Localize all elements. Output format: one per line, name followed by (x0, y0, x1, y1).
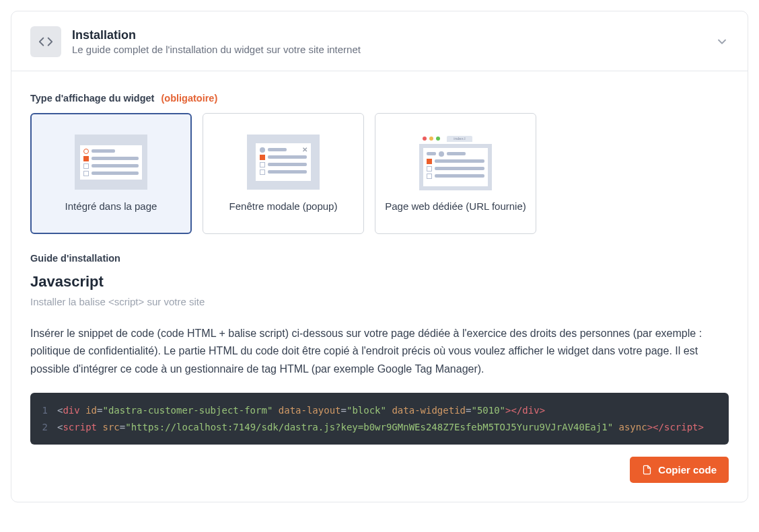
code-snippet: 1 <div id="dastra-customer-subject-form"… (30, 393, 729, 445)
display-type-label: Type d'affichage du widget (obligatoire) (30, 93, 729, 104)
option-modal-label: Fenêtre modale (popup) (229, 199, 338, 213)
illus-browser-icon: index.l (419, 135, 492, 190)
display-type-label-text: Type d'affichage du widget (30, 93, 154, 104)
code-line-1: <div id="dastra-customer-subject-form" d… (57, 402, 729, 419)
chevron-down-icon (715, 35, 729, 48)
display-type-options: Intégré dans la page ✕ Fenêtre modale (30, 113, 729, 234)
installation-panel: Installation Le guide complet de l'insta… (11, 11, 748, 502)
panel-header[interactable]: Installation Le guide complet de l'insta… (11, 11, 748, 71)
panel-body: Type d'affichage du widget (obligatoire) (11, 71, 748, 502)
panel-subtitle: Le guide complet de l'installation du wi… (72, 44, 704, 55)
guide-title: Javascript (30, 273, 729, 291)
illus-modal-icon: ✕ (247, 135, 320, 190)
guide-subtitle: Installer la balise <script> sur votre s… (30, 296, 729, 307)
line-number-1: 1 (30, 402, 57, 419)
option-dedicated-page[interactable]: index.l Page web dédiée (URL fourni (375, 113, 536, 234)
copy-icon (642, 464, 652, 476)
option-dedicated-label: Page web dédiée (URL fournie) (385, 199, 526, 213)
copy-code-label: Copier code (658, 464, 717, 476)
option-modal[interactable]: ✕ Fenêtre modale (popup) (203, 113, 364, 234)
option-inline[interactable]: Intégré dans la page (30, 113, 192, 234)
option-inline-label: Intégré dans la page (65, 199, 157, 213)
illus-inline-icon (75, 135, 147, 190)
copy-code-button[interactable]: Copier code (630, 457, 729, 483)
line-number-2: 2 (30, 419, 57, 436)
guide-section-label: Guide d'installation (30, 253, 729, 264)
required-marker: (obligatoire) (161, 93, 217, 104)
code-icon (30, 26, 61, 57)
guide-description: Insérer le snippet de code (code HTML + … (30, 325, 729, 378)
code-line-2: <script src="https://localhost:7149/sdk/… (57, 419, 729, 436)
panel-title: Installation (72, 28, 704, 42)
